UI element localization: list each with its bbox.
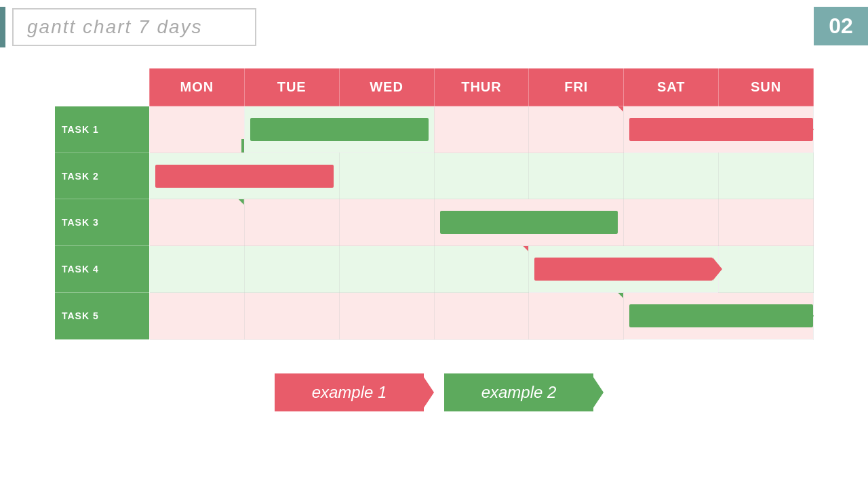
gantt-table: MON TUE WED THUR FRI SAT SUN TASK 1 (54, 68, 814, 340)
day-tue: TUE (244, 68, 339, 106)
task1-mon (149, 106, 244, 153)
table-row: TASK 2 (55, 153, 814, 199)
task2-thur (434, 153, 529, 199)
task3-bar-green (434, 199, 624, 246)
task1-thur (434, 106, 529, 153)
task4-thur (434, 246, 529, 293)
task2-sun (719, 153, 814, 199)
gantt-chart: MON TUE WED THUR FRI SAT SUN TASK 1 (54, 68, 814, 340)
task4-tue (244, 246, 339, 293)
table-row: TASK 1 (55, 106, 814, 153)
task1-bar-green (244, 106, 434, 153)
task5-fri (529, 293, 624, 340)
task5-mon (149, 293, 244, 340)
task4-mon (149, 246, 244, 293)
task4-bar-red (529, 246, 719, 293)
task2-wed (339, 153, 434, 199)
task5-wed (339, 293, 434, 340)
day-wed: WED (339, 68, 434, 106)
table-row: TASK 4 (55, 246, 814, 293)
task2-bar-red (149, 153, 339, 199)
task3-mon (149, 199, 244, 246)
task-5-label: TASK 5 (55, 293, 150, 340)
chart-title: gantt chart 7 days (12, 8, 256, 46)
days-header-row: MON TUE WED THUR FRI SAT SUN (55, 68, 814, 106)
day-mon: MON (149, 68, 244, 106)
task-3-label: TASK 3 (55, 199, 150, 246)
day-sun: SUN (719, 68, 814, 106)
task1-fri (529, 106, 624, 153)
task3-tue (244, 199, 339, 246)
task3-sun (719, 199, 814, 246)
task-1-label: TASK 1 (55, 106, 150, 153)
header: gantt chart 7 days 02 (0, 0, 868, 54)
legend: example 1 example 2 (0, 373, 868, 411)
legend-example2: example 2 (444, 373, 593, 411)
task2-sat (624, 153, 719, 199)
task3-wed (339, 199, 434, 246)
task5-tue (244, 293, 339, 340)
day-fri: FRI (529, 68, 624, 106)
task2-fri (529, 153, 624, 199)
slide-number: 02 (814, 7, 868, 45)
task5-thur (434, 293, 529, 340)
header-accent-bar (0, 7, 5, 47)
task-4-label: TASK 4 (55, 246, 150, 293)
task1-bar-red (624, 106, 814, 153)
task-2-label: TASK 2 (55, 153, 150, 199)
table-row: TASK 5 (55, 293, 814, 340)
day-thur: THUR (434, 68, 529, 106)
table-row: TASK 3 (55, 199, 814, 246)
task4-sun (719, 246, 814, 293)
legend-example1: example 1 (275, 373, 424, 411)
legend-example1-text: example 1 (312, 383, 387, 402)
task5-bar-green (624, 293, 814, 340)
legend-example2-text: example 2 (481, 383, 557, 402)
task3-sat (624, 199, 719, 246)
task4-wed (339, 246, 434, 293)
day-sat: SAT (624, 68, 719, 106)
